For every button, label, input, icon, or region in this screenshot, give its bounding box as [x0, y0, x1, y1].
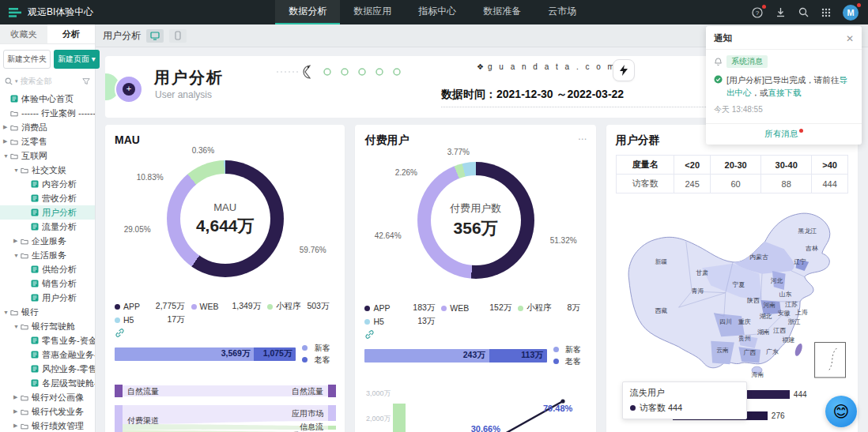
legend-item[interactable]: 新客 — [553, 344, 587, 355]
app-logo[interactable]: 观远BI体验中心 — [8, 6, 93, 20]
legend-item[interactable]: APP183万 — [364, 302, 441, 314]
nav-tab[interactable]: 云市场 — [534, 0, 590, 24]
direct-download-link[interactable]: 直接下载 — [768, 88, 802, 97]
avatar-initial: M — [847, 8, 854, 17]
legend-name: 老客 — [565, 355, 581, 367]
sidebar-tab[interactable]: 分析 — [47, 24, 95, 43]
legend-item[interactable]: 小程序503万 — [267, 301, 335, 312]
legend-item[interactable]: 老客 — [553, 355, 587, 367]
support-chat-button[interactable]: 😊 — [825, 396, 857, 427]
tree-item[interactable]: ▶银行代发业务 — [0, 404, 95, 419]
stacked-segment[interactable]: 1,075万 — [254, 347, 296, 361]
tree-collapse-icon[interactable]: ▼ — [3, 310, 10, 315]
new-page-button[interactable]: 新建页面 ▾ — [54, 50, 100, 69]
user-avatar[interactable]: M — [843, 5, 859, 21]
tree-item[interactable]: ------ 行业案例 ------ — [0, 106, 95, 120]
tree-item[interactable]: 流量分析 — [0, 220, 95, 234]
paid-card-title: 付费用户 — [364, 133, 586, 148]
tree-item[interactable]: ▼银行驾驶舱 — [0, 319, 95, 333]
combo-bar[interactable] — [393, 404, 406, 432]
stacked-segment[interactable]: 113万 — [489, 349, 547, 363]
legend-item[interactable]: 老客 — [302, 354, 335, 366]
download-icon[interactable] — [774, 6, 787, 19]
tree-item[interactable]: 用户分析 — [0, 291, 95, 305]
tree-item[interactable]: ▼互联网 — [0, 148, 95, 163]
tree-collapse-icon[interactable]: ▼ — [13, 324, 21, 329]
tree-item[interactable]: 零售业务-资金... — [0, 333, 95, 347]
tree-expand-icon[interactable]: ▶ — [3, 124, 10, 130]
province-label: 上海 — [795, 309, 808, 316]
sidebar-tab[interactable]: 收藏夹 — [0, 24, 47, 43]
mau-sankey-chart[interactable]: 自然流量 付费渠道 免费渠道 自然流量 应用市场 信息流 垂直媒体 会员合作 — [115, 385, 336, 432]
legend-dot — [553, 359, 559, 364]
tree-expand-icon[interactable]: ▶ — [13, 238, 21, 244]
tree-collapse-icon[interactable]: ▼ — [3, 153, 10, 159]
tree-item-label: 风控业务-零售... — [42, 363, 95, 375]
mobile-view-toggle[interactable] — [169, 29, 187, 43]
legend-item[interactable]: WEB1,349万 — [191, 301, 268, 312]
tree-expand-icon[interactable]: ▶ — [13, 408, 21, 415]
tree-item[interactable]: ▼社交文娱 — [0, 163, 95, 177]
tree-item[interactable]: 内容分析 — [0, 177, 95, 191]
lightning-icon — [619, 65, 628, 76]
tree-item[interactable]: 体验中心首页 — [0, 92, 95, 106]
tree-collapse-icon[interactable]: ▼ — [13, 167, 21, 173]
nav-tab[interactable]: 数据分析 — [275, 0, 340, 24]
legend-dot — [518, 306, 523, 311]
tree-expand-icon[interactable]: ▶ — [13, 423, 21, 429]
stacked-segment[interactable]: 243万 — [364, 349, 489, 363]
folder-icon — [21, 252, 28, 259]
tree-item[interactable]: 风控业务-零售... — [0, 362, 95, 376]
tree-item[interactable]: 营收分析 — [0, 191, 95, 205]
tree-item[interactable]: ▶银行绩效管理 — [0, 419, 95, 432]
legend-item[interactable]: 小程序8万 — [518, 302, 587, 314]
stacked-segment[interactable]: 3,569万 — [115, 347, 254, 361]
tree-item[interactable]: ▼生活服务 — [0, 248, 95, 262]
legend-name: 老客 — [314, 354, 330, 366]
nav-tab[interactable]: 指标中心 — [405, 0, 470, 24]
tree-item[interactable]: ▶泛零售 — [0, 134, 95, 148]
tree-item[interactable]: 普惠金融业务-... — [0, 347, 95, 362]
dotted-divider — [441, 107, 714, 107]
paid-combo-chart[interactable]: 3,000万 2,000万 1,000万 7.58% 12.81% 30.66%… — [364, 385, 587, 432]
tree-item[interactable]: ▶银行对公画像 — [0, 390, 95, 404]
legend-item[interactable]: APP2,775万 — [115, 301, 191, 312]
new-folder-button[interactable]: 新建文件夹 — [3, 50, 51, 69]
link-icon[interactable] — [364, 329, 375, 340]
tree-item[interactable]: 销售分析 — [0, 276, 95, 291]
desktop-view-toggle[interactable] — [146, 29, 164, 43]
sidebar-search[interactable]: ▾ 搜索全部 — [0, 73, 95, 92]
chart-tooltip: 流失用户 访客数 444 — [622, 381, 747, 419]
page-tab-label[interactable]: 用户分析 — [103, 29, 141, 43]
tree-item[interactable]: ▼银行 — [0, 305, 95, 319]
legend-item[interactable]: H517万 — [115, 314, 191, 325]
tree-item[interactable]: ▶企业服务 — [0, 234, 95, 248]
china-map[interactable]: 新疆西藏青海甘肃宁夏内蒙古黑龙江吉林辽宁河北山东河南陕西湖北安徽江苏上海浙江江西… — [616, 197, 850, 383]
tree-item[interactable]: 各层级驾驶舱-... — [0, 376, 95, 390]
series-dot — [630, 405, 636, 411]
legend-item[interactable]: H513万 — [364, 316, 441, 327]
filter-icon[interactable] — [82, 77, 90, 85]
help-icon[interactable]: ? — [751, 6, 764, 19]
link-icon[interactable] — [115, 328, 125, 338]
tree-item[interactable]: 供给分析 — [0, 262, 95, 276]
nav-tab[interactable]: 数据应用 — [340, 0, 405, 24]
tree-expand-icon[interactable]: ▶ — [13, 394, 21, 400]
tree-collapse-icon[interactable]: ▼ — [13, 253, 21, 258]
tree-item[interactable]: 用户分析 — [0, 205, 95, 220]
all-messages-link[interactable]: 所有消息 — [706, 123, 862, 145]
mau-donut-chart: MAU 4,644万 59.76%29.05%10.83%0.36% — [124, 148, 326, 296]
nav-tab[interactable]: 数据准备 — [470, 0, 534, 24]
legend-dot — [364, 306, 370, 311]
search-icon[interactable] — [797, 6, 810, 19]
close-icon[interactable]: ✕ — [846, 33, 854, 44]
legend-item[interactable]: 新客 — [302, 342, 335, 354]
province-label: 福建 — [781, 336, 794, 344]
legend-dot — [553, 347, 559, 352]
tree-item[interactable]: ▶消费品 — [0, 120, 95, 134]
folder-icon — [21, 394, 28, 401]
more-menu-icon[interactable]: … — [578, 131, 588, 142]
tree-expand-icon[interactable]: ▶ — [3, 138, 10, 145]
apps-grid-icon[interactable] — [820, 6, 832, 19]
legend-item[interactable]: WEB152万 — [441, 302, 518, 314]
